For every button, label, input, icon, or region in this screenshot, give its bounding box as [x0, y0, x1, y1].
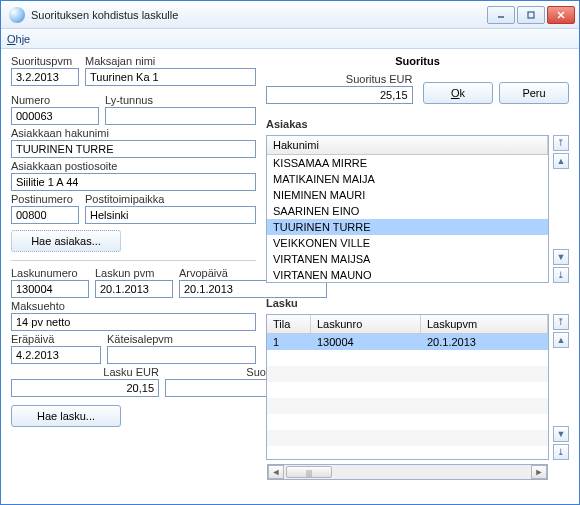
label-maksajan: Maksajan nimi	[85, 55, 256, 68]
asiakas-scroll-up-icon[interactable]: ▲	[553, 153, 569, 169]
lasku-hscroll[interactable]: ◄ ||| ►	[267, 464, 548, 480]
hscroll-right-icon[interactable]: ►	[531, 465, 547, 479]
lasku-scroll-down-icon[interactable]: ▼	[553, 426, 569, 442]
label-laskunumero: Laskunumero	[11, 267, 89, 280]
lasku-cell-laskupvm: 20.1.2013	[421, 336, 548, 348]
label-suoritus-eur: Suoritus EUR	[266, 73, 413, 86]
hae-lasku-button[interactable]: Hae lasku...	[11, 405, 121, 427]
ok-button[interactable]: Ok	[423, 82, 493, 104]
lasku-cell-tila: 1	[267, 336, 311, 348]
input-lytunnus[interactable]	[105, 107, 256, 125]
asiakas-grid[interactable]: Hakunimi KISSAMAA MIRREMATIKAINEN MAIJAN…	[266, 135, 549, 283]
input-laskunumero[interactable]	[11, 280, 89, 298]
asiakas-scroll-down-icon[interactable]: ▼	[553, 249, 569, 265]
label-postiosoite: Asiakkaan postiosoite	[11, 160, 256, 173]
label-erapaiva: Eräpäivä	[11, 333, 101, 346]
input-lasku-eur[interactable]	[11, 379, 159, 397]
window-buttons	[487, 6, 575, 24]
label-maksuehto: Maksuehto	[11, 300, 256, 313]
input-kateisalepvm[interactable]	[107, 346, 256, 364]
lasku-row[interactable]: 113000420.1.2013	[267, 334, 548, 350]
asiakas-scroll-buttons: ⤒ ▲ ▼ ⤓	[553, 135, 569, 283]
asiakas-cell-hakunimi: NIEMINEN MAURI	[267, 189, 548, 201]
label-postinumero: Postinumero	[11, 193, 79, 206]
lasku-scroll-top-icon[interactable]: ⤒	[553, 314, 569, 330]
label-lytunnus: Ly-tunnus	[105, 94, 256, 107]
asiakas-cell-hakunimi: VEIKKONEN VILLE	[267, 237, 548, 249]
peru-button[interactable]: Peru	[499, 82, 569, 104]
app-icon	[9, 7, 25, 23]
suoritus-title: Suoritus	[266, 55, 569, 67]
asiakas-row[interactable]: MATIKAINEN MAIJA	[267, 171, 548, 187]
label-hakunimi: Asiakkaan hakunimi	[11, 127, 256, 140]
input-numero[interactable]	[11, 107, 99, 125]
minimize-button[interactable]	[487, 6, 515, 24]
asiakas-row[interactable]: VIRTANEN MAUNO	[267, 267, 548, 283]
asiakas-grid-title: Asiakas	[266, 118, 569, 131]
label-postitoimipaikka: Postitoimipaikka	[85, 193, 256, 206]
lasku-scroll-buttons: ⤒ ▲ ▼ ⤓	[553, 314, 569, 460]
asiakas-cell-hakunimi: VIRTANEN MAUNO	[267, 269, 548, 281]
body: Suorituspvm Maksajan nimi Numero Ly-tunn…	[1, 49, 579, 504]
lasku-row[interactable]	[267, 398, 548, 414]
hscroll-left-icon[interactable]: ◄	[268, 465, 284, 479]
svg-rect-1	[528, 12, 534, 18]
titlebar: Suorituksen kohdistus laskulle	[1, 1, 579, 29]
input-suoritus-eur[interactable]	[266, 86, 413, 104]
asiakas-row[interactable]: KISSAMAA MIRRE	[267, 155, 548, 171]
input-maksajan[interactable]	[85, 68, 256, 86]
label-kateisalepvm: Käteisalepvm	[107, 333, 256, 346]
asiakas-cell-hakunimi: MATIKAINEN MAIJA	[267, 173, 548, 185]
maximize-button[interactable]	[517, 6, 545, 24]
asiakas-scroll-top-icon[interactable]: ⤒	[553, 135, 569, 151]
asiakas-cell-hakunimi: SAARINEN EINO	[267, 205, 548, 217]
hscroll-thumb[interactable]: |||	[286, 466, 332, 478]
asiakas-row[interactable]: VIRTANEN MAIJSA	[267, 251, 548, 267]
asiakas-row[interactable]: TUURINEN TURRE	[267, 219, 548, 235]
lasku-row[interactable]	[267, 350, 548, 366]
lasku-row[interactable]	[267, 446, 548, 462]
asiakas-row[interactable]: VEIKKONEN VILLE	[267, 235, 548, 251]
lasku-scroll-up-icon[interactable]: ▲	[553, 332, 569, 348]
close-button[interactable]	[547, 6, 575, 24]
lasku-header-laskunro[interactable]: Laskunro	[311, 315, 421, 333]
lasku-row[interactable]	[267, 430, 548, 446]
input-laskupvm[interactable]	[95, 280, 173, 298]
lasku-header-tila[interactable]: Tila	[267, 315, 311, 333]
input-hakunimi[interactable]	[11, 140, 256, 158]
input-postinumero[interactable]	[11, 206, 79, 224]
hae-asiakas-button[interactable]: Hae asiakas...	[11, 230, 121, 252]
label-lasku-eur: Lasku EUR	[11, 366, 159, 379]
asiakas-cell-hakunimi: VIRTANEN MAIJSA	[267, 253, 548, 265]
right-panel: Suoritus Suoritus EUR Ok Peru Asiakas Ha…	[266, 55, 569, 494]
input-maksuehto[interactable]	[11, 313, 256, 331]
asiakas-header-hakunimi[interactable]: Hakunimi	[267, 136, 548, 154]
asiakas-cell-hakunimi: TUURINEN TURRE	[267, 221, 548, 233]
lasku-cell-laskunro: 130004	[311, 336, 421, 348]
window-title: Suorituksen kohdistus laskulle	[31, 9, 487, 21]
input-postitoimipaikka[interactable]	[85, 206, 256, 224]
asiakas-row[interactable]: NIEMINEN MAURI	[267, 187, 548, 203]
lasku-grid[interactable]: Tila Laskunro Laskupvm 113000420.1.2013 …	[266, 314, 549, 460]
lasku-scroll-bottom-icon[interactable]: ⤓	[553, 444, 569, 460]
lasku-grid-title: Lasku	[266, 297, 569, 310]
lasku-row[interactable]	[267, 366, 548, 382]
app-window: Suorituksen kohdistus laskulle Ohje Suor…	[0, 0, 580, 505]
label-laskupvm: Laskun pvm	[95, 267, 173, 280]
input-suorituspvm[interactable]	[11, 68, 79, 86]
label-suorituspvm: Suorituspvm	[11, 55, 79, 68]
left-panel: Suorituspvm Maksajan nimi Numero Ly-tunn…	[11, 55, 256, 494]
menu-ohje[interactable]: Ohje	[7, 33, 30, 45]
menubar: Ohje	[1, 29, 579, 49]
input-erapaiva[interactable]	[11, 346, 101, 364]
label-numero: Numero	[11, 94, 99, 107]
asiakas-row[interactable]: SAARINEN EINO	[267, 203, 548, 219]
lasku-row[interactable]	[267, 382, 548, 398]
lasku-header-laskupvm[interactable]: Laskupvm	[421, 315, 548, 333]
input-postiosoite[interactable]	[11, 173, 256, 191]
lasku-row[interactable]	[267, 414, 548, 430]
asiakas-scroll-bottom-icon[interactable]: ⤓	[553, 267, 569, 283]
asiakas-cell-hakunimi: KISSAMAA MIRRE	[267, 157, 548, 169]
